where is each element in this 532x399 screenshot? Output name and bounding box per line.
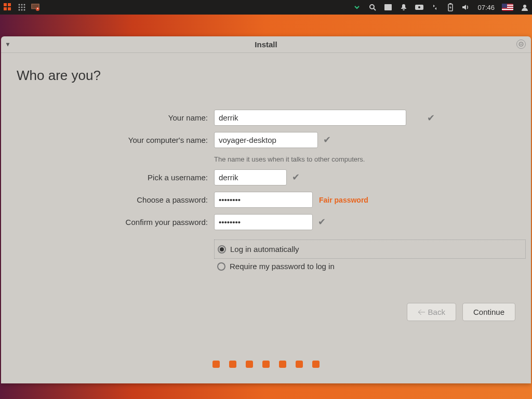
battery-icon[interactable] (446, 3, 455, 11)
user-icon[interactable] (521, 3, 529, 11)
window-title: Install (255, 40, 277, 49)
radio-unchecked-icon (217, 262, 225, 271)
window-titlebar: ▾ Install (1, 36, 531, 53)
chevron-down-icon[interactable] (353, 3, 361, 11)
camera-icon[interactable] (415, 3, 423, 11)
svg-point-6 (24, 4, 25, 6)
progress-dots (1, 361, 531, 368)
svg-rect-19 (384, 4, 392, 10)
volume-icon[interactable] (462, 3, 470, 11)
dot-icon (279, 361, 286, 368)
checkmark-icon: ✔ (313, 217, 326, 227)
computer-name-hint: The name it uses when it talks to other … (214, 154, 526, 163)
svg-point-9 (24, 7, 25, 8)
dot-icon (312, 361, 320, 368)
installer-window: ▾ Install Who are you? Your name: ✔ Your… (1, 36, 531, 383)
radio-checked-icon (218, 245, 226, 254)
launcher-icon[interactable] (3, 3, 12, 12)
svg-point-5 (21, 4, 23, 6)
user-form: Your name: ✔ Your computer's name: ✔ The… (17, 110, 515, 280)
login-auto-label: Log in automatically (230, 245, 299, 254)
login-require-option[interactable]: Require my password to log in (214, 259, 526, 274)
window-icon[interactable] (384, 3, 392, 11)
username-input[interactable] (214, 169, 287, 185)
top-panel: 07:46 (0, 0, 532, 15)
computer-name-label: Your computer's name: (17, 136, 214, 144)
back-button[interactable]: 🡠 Back (407, 303, 456, 321)
checkmark-icon: ✔ (422, 112, 526, 124)
computer-name-input[interactable] (214, 132, 318, 148)
checkmark-icon: ✔ (287, 172, 300, 182)
close-icon[interactable] (516, 39, 526, 49)
svg-rect-1 (8, 3, 11, 6)
search-icon[interactable] (368, 3, 377, 11)
svg-rect-0 (4, 3, 7, 6)
checkmark-icon: ✔ (318, 135, 331, 145)
your-name-label: Your name: (17, 113, 214, 122)
your-name-input[interactable] (214, 110, 406, 126)
dot-icon (212, 361, 220, 368)
clock[interactable]: 07:46 (477, 4, 495, 11)
apps-grid-icon[interactable] (18, 3, 26, 11)
svg-point-4 (19, 4, 20, 6)
network-icon[interactable] (431, 3, 439, 11)
svg-rect-17 (37, 8, 38, 9)
dot-icon (262, 361, 270, 368)
svg-point-8 (21, 7, 23, 8)
installer-task-icon[interactable] (31, 3, 39, 11)
dot-icon (229, 361, 236, 368)
login-auto-option[interactable]: Log in automatically (214, 240, 526, 259)
continue-button[interactable]: Continue (462, 303, 515, 321)
confirm-password-input[interactable] (214, 214, 313, 230)
bell-icon[interactable] (400, 3, 408, 11)
svg-point-7 (19, 7, 20, 8)
password-label: Choose a password: (17, 195, 214, 204)
svg-point-24 (523, 5, 526, 8)
svg-point-18 (370, 5, 374, 9)
username-label: Pick a username: (17, 173, 214, 182)
svg-rect-2 (4, 7, 7, 10)
svg-rect-23 (449, 3, 451, 4)
svg-point-10 (19, 9, 20, 11)
confirm-password-label: Confirm your password: (17, 218, 214, 227)
svg-point-11 (21, 9, 23, 11)
password-input[interactable] (214, 192, 313, 208)
svg-point-12 (24, 9, 25, 11)
page-title: Who are you? (17, 68, 515, 84)
dot-icon (296, 361, 303, 368)
svg-point-21 (418, 6, 420, 8)
dot-icon (246, 361, 253, 368)
rollup-icon[interactable]: ▾ (6, 41, 9, 48)
locale-flag-icon[interactable] (502, 4, 513, 11)
password-strength: Fair password (313, 196, 368, 204)
svg-rect-3 (8, 7, 11, 10)
login-require-label: Require my password to log in (230, 262, 335, 271)
